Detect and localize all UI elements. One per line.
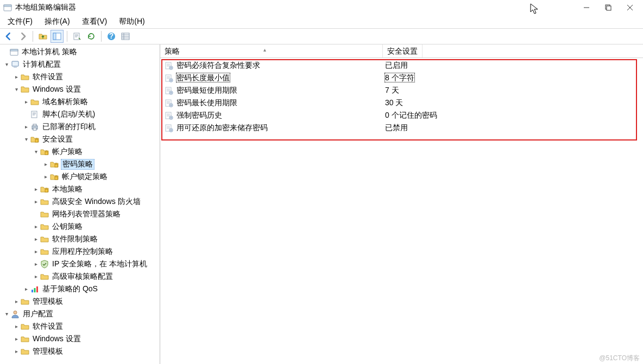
tree-root[interactable]: 本地计算机 策略 <box>0 46 160 58</box>
list-pane: 策略 安全设置 密码必须符合复杂性要求已启用密码长度最小值8 个字符密码最短使用… <box>160 44 643 364</box>
tree-local-policies[interactable]: ▸本地策略 <box>0 183 160 195</box>
expander-icon[interactable]: ▸ <box>12 297 21 306</box>
tree-nlmgr[interactable]: 网络列表管理器策略 <box>0 208 160 220</box>
policy-value: 30 天 <box>385 98 403 107</box>
tree-u-admin[interactable]: ▸管理模板 <box>0 345 160 357</box>
titlebar: 本地组策略编辑器 <box>0 0 643 15</box>
expander-icon[interactable]: ▸ <box>31 260 40 269</box>
expander-icon[interactable]: ▸ <box>31 272 40 281</box>
tree-account-policies[interactable]: ▾帐户策略 <box>0 145 160 158</box>
tree-firewall[interactable]: ▸高级安全 Windows 防火墙 <box>0 195 160 208</box>
tree-pubkey[interactable]: ▸公钥策略 <box>0 220 160 233</box>
policy-icon <box>165 61 173 70</box>
expander-icon[interactable]: ▸ <box>31 247 40 256</box>
help-button[interactable] <box>105 30 118 43</box>
policy-icon <box>165 111 173 120</box>
tree-computer-config[interactable]: ▾计算机配置 <box>0 58 160 71</box>
policy-icon <box>165 74 173 82</box>
policy-row[interactable]: 密码最短使用期限7 天 <box>160 84 643 97</box>
policy-name: 强制密码历史 <box>176 111 222 119</box>
tree-u-software[interactable]: ▸软件设置 <box>0 320 160 333</box>
list-header: 策略 安全设置 <box>160 44 643 58</box>
expander-icon[interactable]: ▾ <box>12 85 21 94</box>
expander-icon[interactable]: ▸ <box>22 285 30 293</box>
expander-icon[interactable]: ▸ <box>41 160 50 169</box>
tree-name-resolution[interactable]: ▸域名解析策略 <box>0 95 160 108</box>
tree-pane[interactable]: 本地计算机 策略 ▾计算机配置 ▸软件设置 ▾Windows 设置 ▸域名解析 <box>0 44 160 364</box>
tree-security-settings[interactable]: ▾安全设置 <box>0 133 160 145</box>
tree-software-restrict[interactable]: ▸软件限制策略 <box>0 233 160 245</box>
tree-ipsec[interactable]: ▸IP 安全策略，在 本地计算机 <box>0 258 160 270</box>
svg-rect-23 <box>607 6 611 10</box>
policy-name: 密码长度最小值 <box>176 73 230 82</box>
expander-icon[interactable]: ▸ <box>22 123 30 131</box>
expander-icon[interactable]: ▸ <box>12 347 21 356</box>
tree-advaudit[interactable]: ▸高级审核策略配置 <box>0 270 160 283</box>
column-setting[interactable]: 安全设置 <box>383 44 423 58</box>
policy-name: 密码最短使用期限 <box>176 86 237 94</box>
expander-icon[interactable]: ▸ <box>12 335 21 343</box>
tree-qos[interactable]: ▸基于策略的 QoS <box>0 283 160 295</box>
menu-view[interactable]: 查看(V) <box>77 15 113 28</box>
expander-icon[interactable]: ▸ <box>41 173 50 181</box>
column-policy[interactable]: 策略 <box>160 44 383 58</box>
expander-icon[interactable]: ▸ <box>31 235 40 244</box>
expander-icon[interactable]: ▸ <box>31 185 40 194</box>
policy-name: 密码必须符合复杂性要求 <box>176 61 260 69</box>
minimize-button[interactable] <box>576 1 597 14</box>
tree-app-control[interactable]: ▸应用程序控制策略 <box>0 245 160 258</box>
policy-row[interactable]: 密码必须符合复杂性要求已启用 <box>160 59 643 72</box>
expander-icon[interactable]: ▸ <box>12 322 21 331</box>
policy-value: 7 天 <box>385 86 399 94</box>
policy-row[interactable]: 密码最长使用期限30 天 <box>160 97 643 109</box>
policy-value: 8 个字符 <box>385 73 414 82</box>
expander-icon[interactable]: ▾ <box>22 135 30 144</box>
tree-lockout-policy[interactable]: ▸帐户锁定策略 <box>0 170 160 183</box>
expander-icon[interactable]: ▸ <box>12 73 21 81</box>
toolbar <box>0 28 643 44</box>
window-title: 本地组策略编辑器 <box>15 3 76 12</box>
menubar: 文件(F) 操作(A) 查看(V) 帮助(H) <box>0 15 643 28</box>
app-icon <box>3 3 12 12</box>
policy-row[interactable]: 密码长度最小值8 个字符 <box>160 72 643 84</box>
tree-admin-templates[interactable]: ▸管理模板 <box>0 295 160 308</box>
watermark: @51CTO博客 <box>599 354 640 363</box>
policy-icon <box>165 99 173 107</box>
view-details-button[interactable] <box>119 30 132 43</box>
expander-icon[interactable]: ▸ <box>31 197 40 206</box>
policy-value: 0 个记住的密码 <box>385 111 437 119</box>
policy-row[interactable]: 用可还原的加密来储存密码已禁用 <box>160 122 643 134</box>
menu-file[interactable]: 文件(F) <box>2 15 38 28</box>
policy-name: 密码最长使用期限 <box>176 98 237 107</box>
properties-button[interactable] <box>71 30 84 43</box>
expander-icon[interactable]: ▾ <box>2 60 11 69</box>
policy-row[interactable]: 强制密码历史0 个记住的密码 <box>160 109 643 122</box>
expander-icon[interactable]: ▾ <box>2 310 11 318</box>
tree-user-config[interactable]: ▾用户配置 <box>0 308 160 320</box>
expander-icon[interactable]: ▸ <box>22 98 30 106</box>
policy-icon <box>165 86 173 95</box>
policy-icon <box>165 124 173 132</box>
policy-name: 用可还原的加密来储存密码 <box>176 123 268 132</box>
up-button[interactable] <box>36 30 49 43</box>
policy-value: 已禁用 <box>385 123 408 132</box>
maximize-button[interactable] <box>597 1 619 14</box>
policy-value: 已启用 <box>385 61 408 69</box>
tree-scripts[interactable]: 脚本(启动/关机) <box>0 108 160 120</box>
tree-password-policy[interactable]: ▸密码策略 <box>0 158 160 170</box>
forward-button[interactable] <box>16 30 29 43</box>
tree-printers[interactable]: ▸已部署的打印机 <box>0 120 160 133</box>
menu-help[interactable]: 帮助(H) <box>114 15 150 28</box>
show-tree-button[interactable] <box>51 30 64 43</box>
refresh-button[interactable] <box>85 30 98 43</box>
tree-windows-settings[interactable]: ▾Windows 设置 <box>0 83 160 95</box>
menu-action[interactable]: 操作(A) <box>39 15 75 28</box>
back-button[interactable] <box>2 30 15 43</box>
expander-icon[interactable]: ▾ <box>31 148 40 156</box>
expander-icon[interactable]: ▸ <box>31 222 40 231</box>
tree-u-windows[interactable]: ▸Windows 设置 <box>0 333 160 345</box>
tree-software-settings[interactable]: ▸软件设置 <box>0 71 160 83</box>
close-button[interactable] <box>619 1 641 14</box>
